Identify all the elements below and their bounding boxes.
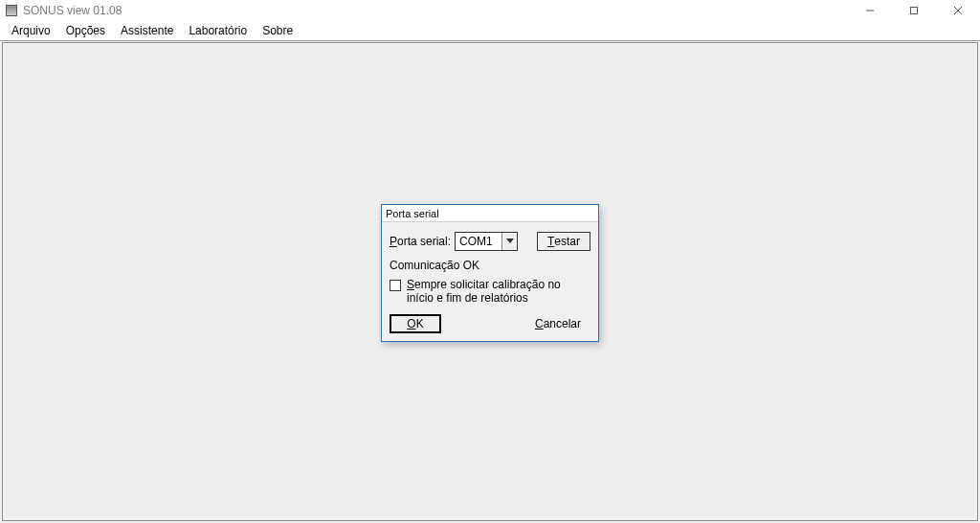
svg-marker-4 (506, 239, 514, 243)
serial-port-dialog: Porta serial Porta serial: COM1 Testar C… (381, 204, 599, 342)
ok-button[interactable]: OK (390, 314, 441, 333)
app-icon (6, 5, 17, 16)
port-combo-value: COM1 (456, 235, 501, 248)
menu-opcoes[interactable]: Opções (58, 22, 113, 39)
menu-assistente[interactable]: Assistente (113, 22, 181, 39)
menu-bar: Arquivo Opções Assistente Laboratório So… (0, 21, 980, 40)
window-controls (848, 0, 980, 21)
window-title: SONUS view 01.08 (23, 4, 122, 17)
window-titlebar: SONUS view 01.08 (0, 0, 980, 21)
svg-rect-1 (911, 8, 918, 14)
menu-arquivo[interactable]: Arquivo (4, 22, 58, 39)
port-label: Porta serial: (390, 235, 451, 248)
calibration-checkbox-label: Sempre solicitar calibração no início e … (407, 278, 590, 305)
calibration-checkbox[interactable] (390, 280, 401, 291)
minimize-button[interactable] (848, 0, 892, 21)
menu-laboratorio[interactable]: Laboratório (181, 22, 255, 39)
close-button[interactable] (936, 0, 980, 21)
menu-sobre[interactable]: Sobre (255, 22, 301, 39)
chevron-down-icon[interactable] (501, 233, 517, 250)
comm-status: Comunicação OK (390, 259, 590, 272)
maximize-button[interactable] (892, 0, 936, 21)
dialog-title: Porta serial (382, 205, 598, 222)
test-button[interactable]: Testar (537, 232, 590, 251)
cancel-button[interactable]: Cancelar (525, 314, 590, 333)
client-area: Porta serial Porta serial: COM1 Testar C… (0, 40, 980, 523)
port-combo[interactable]: COM1 (455, 232, 518, 251)
